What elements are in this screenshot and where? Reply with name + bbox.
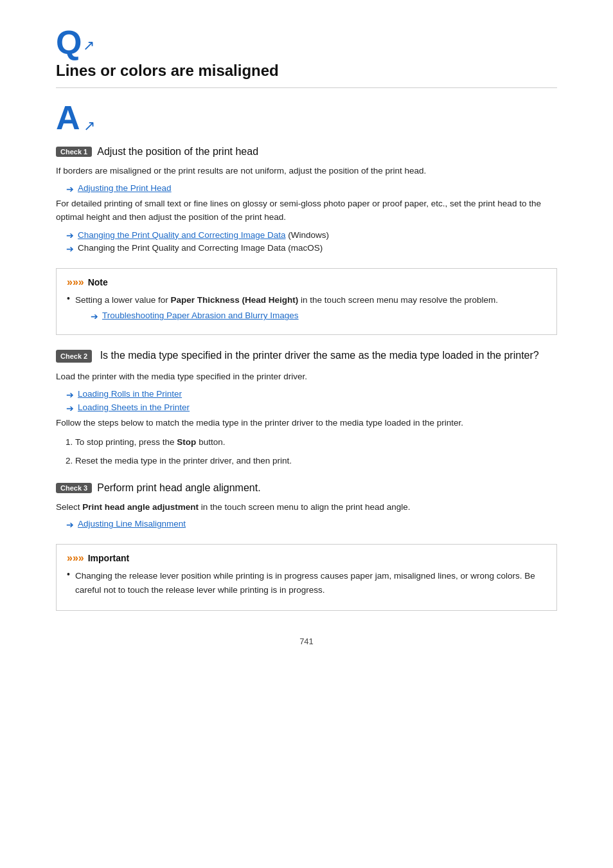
check2-link2-item: ➔ Loading Sheets in the Printer xyxy=(66,402,557,413)
a-letter: A xyxy=(56,99,80,136)
important-bullet-dot: • xyxy=(67,569,70,579)
page-title: Lines or colors are misaligned xyxy=(56,62,557,80)
check2-body2: Follow the steps below to match the medi… xyxy=(56,416,557,430)
check3-badge: Check 3 xyxy=(56,483,92,493)
note-chevrons-icon: »»» xyxy=(67,276,84,288)
check3-link-item: ➔ Adjusting Line Misalignment xyxy=(66,519,557,530)
arrow-icon-3: ➔ xyxy=(66,244,74,254)
check1-heading: Check 1 Adjust the position of the print… xyxy=(56,146,557,158)
arrow-icon-2: ➔ xyxy=(66,230,74,240)
check1-link3-item: ➔ Changing the Print Quality and Correct… xyxy=(66,243,557,254)
note-box: »»» Note • Setting a lower value for Pap… xyxy=(56,268,557,336)
check1-body2: For detailed printing of small text or f… xyxy=(56,197,557,224)
note-bullet-dot: • xyxy=(67,293,70,303)
important-bullet-item: • Changing the release lever position wh… xyxy=(67,569,546,599)
arrow-icon-1: ➔ xyxy=(66,184,74,194)
check2-step2: Reset the media type in the printer driv… xyxy=(75,454,557,468)
check2-heading: Check 2 Is the media type specified in t… xyxy=(56,348,557,363)
check1-badge: Check 1 xyxy=(56,147,92,157)
check2-heading-text: Is the media type specified in the print… xyxy=(100,350,539,361)
check2-link2[interactable]: Loading Sheets in the Printer xyxy=(78,402,190,412)
check2-body1: Load the printer with the media type spe… xyxy=(56,370,557,384)
note-link[interactable]: Troubleshooting Paper Abrasion and Blurr… xyxy=(102,311,299,320)
check2-step1-bold: Stop xyxy=(177,437,196,447)
a-arrow-icon: ↗ xyxy=(84,118,95,134)
check1-link1[interactable]: Adjusting the Print Head xyxy=(78,183,172,193)
q-icon-container: Q ↗ xyxy=(56,26,94,59)
arrow-icon-5: ➔ xyxy=(66,403,74,413)
note-bullet-text: Setting a lower value for Paper Thicknes… xyxy=(75,295,498,305)
check1-link2[interactable]: Changing the Print Quality and Correctin… xyxy=(78,230,285,240)
note-header: »»» Note xyxy=(67,276,546,288)
a-icon-container: A ↗ xyxy=(56,101,557,134)
check3-heading-text: Perform print head angle alignment. xyxy=(97,482,260,494)
arrow-icon-4: ➔ xyxy=(66,390,74,400)
note-arrow-icon: ➔ xyxy=(91,311,98,321)
check1-link1-item: ➔ Adjusting the Print Head xyxy=(66,183,557,194)
important-chevrons-icon: »»» xyxy=(67,552,84,564)
check1-link2-suffix-text: (Windows) xyxy=(288,230,329,240)
q-letter: Q xyxy=(56,26,82,59)
check1-heading-text: Adjust the position of the print head xyxy=(97,146,258,158)
check3-section: Check 3 Perform print head angle alignme… xyxy=(56,482,557,530)
note-bold-text: Paper Thickness (Head Height) xyxy=(171,295,299,305)
note-link-item: ➔ Troubleshooting Paper Abrasion and Blu… xyxy=(91,311,498,321)
check1-section: Check 1 Adjust the position of the print… xyxy=(56,146,557,254)
hr-divider xyxy=(56,87,557,88)
note-header-text: Note xyxy=(88,277,108,287)
check2-section: Check 2 Is the media type specified in t… xyxy=(56,348,557,467)
check1-body1: If borders are misaligned or the print r… xyxy=(56,164,557,178)
important-box: »»» Important • Changing the release lev… xyxy=(56,544,557,610)
check1-link2-item: ➔ Changing the Print Quality and Correct… xyxy=(66,230,557,240)
check1-link3: Changing the Print Quality and Correctin… xyxy=(78,243,323,253)
note-bullet-item: • Setting a lower value for Paper Thickn… xyxy=(67,293,546,325)
check2-steps: To stop printing, press the Stop button.… xyxy=(75,435,557,468)
check2-step1: To stop printing, press the Stop button. xyxy=(75,435,557,449)
important-bullet-text: Changing the release lever position whil… xyxy=(75,569,546,597)
check2-badge: Check 2 xyxy=(56,350,92,363)
page-container: Q ↗ Lines or colors are misaligned A ↗ C… xyxy=(30,0,583,685)
page-number: 741 xyxy=(56,637,557,646)
arrow-icon-6: ➔ xyxy=(66,520,74,530)
check3-body1-bold: Print head angle adjustment xyxy=(82,502,199,512)
check3-heading: Check 3 Perform print head angle alignme… xyxy=(56,482,557,494)
q-arrow-icon: ↗ xyxy=(83,37,94,54)
important-header: »»» Important xyxy=(67,552,546,564)
important-header-text: Important xyxy=(88,553,130,563)
check2-link1-item: ➔ Loading Rolls in the Printer xyxy=(66,389,557,400)
check3-link[interactable]: Adjusting Line Misalignment xyxy=(78,519,186,529)
check3-body1: Select Print head angle adjustment in th… xyxy=(56,500,557,514)
check2-link1[interactable]: Loading Rolls in the Printer xyxy=(78,389,182,399)
